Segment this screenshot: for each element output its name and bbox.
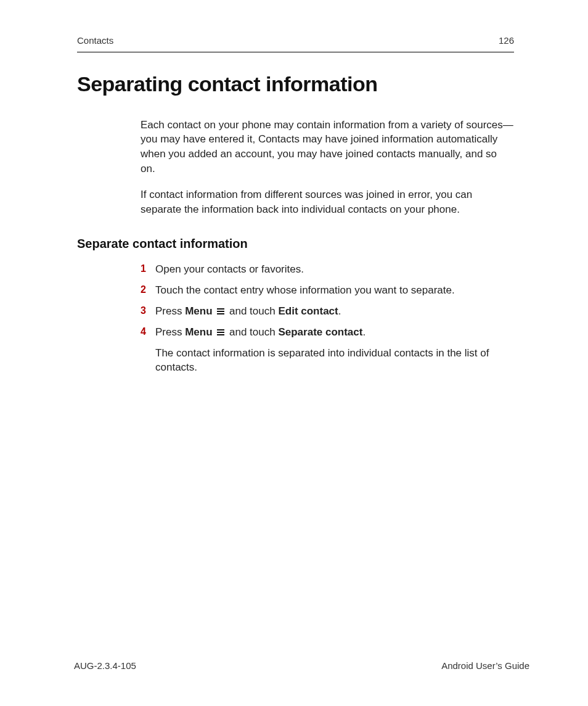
- list-item: 3 Press Menu and touch Edit contact.: [141, 304, 514, 319]
- step-number: 1: [141, 262, 146, 276]
- action-label: Edit contact: [278, 305, 338, 317]
- intro-block: Each contact on your phone may contain i…: [141, 118, 514, 217]
- menu-icon: [216, 308, 225, 315]
- header-section: Contacts: [77, 34, 113, 47]
- footer-doc-id: AUG-2.3.4-105: [74, 659, 136, 672]
- footer-guide-name: Android User’s Guide: [441, 659, 529, 672]
- step-text-part: and touch: [226, 326, 278, 338]
- action-label: Separate contact: [278, 326, 362, 338]
- header-rule: [77, 52, 514, 52]
- page-title: Separating contact information: [77, 70, 514, 99]
- result-paragraph: The contact information is separated int…: [155, 346, 514, 376]
- menu-label: Menu: [185, 326, 212, 338]
- list-item: 1 Open your contacts or favorites.: [141, 262, 514, 277]
- intro-paragraph-1: Each contact on your phone may contain i…: [141, 118, 514, 176]
- step-text-part: .: [338, 305, 341, 317]
- document-page: Contacts 126 Separating contact informat…: [0, 0, 588, 706]
- list-item: 2 Touch the contact entry whose informat…: [141, 283, 514, 298]
- step-number: 4: [141, 325, 146, 339]
- page-header: Contacts 126: [77, 34, 514, 48]
- step-text-part: and touch: [226, 305, 278, 317]
- menu-label: Menu: [185, 305, 212, 317]
- step-text-part: Press: [155, 305, 185, 317]
- steps-list: 1 Open your contacts or favorites. 2 Tou…: [141, 262, 514, 339]
- step-text: Press Menu and touch Separate contact.: [155, 326, 365, 338]
- list-item: 4 Press Menu and touch Separate contact.: [141, 325, 514, 340]
- step-text: Touch the contact entry whose informatio…: [155, 284, 455, 296]
- step-text-part: .: [362, 326, 365, 338]
- subheading: Separate contact information: [77, 235, 514, 252]
- step-number: 3: [141, 304, 146, 318]
- menu-icon: [216, 329, 225, 336]
- header-page-number: 126: [499, 34, 514, 47]
- step-text: Press Menu and touch Edit contact.: [155, 305, 341, 317]
- page-footer: AUG-2.3.4-105 Android User’s Guide: [74, 659, 529, 672]
- step-text-part: Press: [155, 326, 185, 338]
- step-number: 2: [141, 283, 146, 297]
- step-text: Open your contacts or favorites.: [155, 263, 304, 275]
- intro-paragraph-2: If contact information from different so…: [141, 187, 514, 217]
